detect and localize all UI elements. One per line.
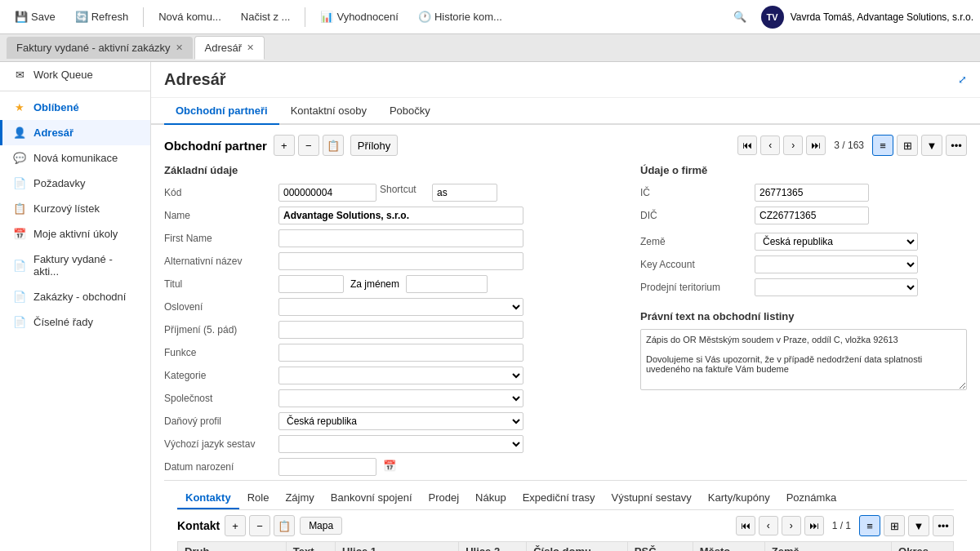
kategorie-select[interactable]: [278, 367, 523, 384]
tab-adresar[interactable]: Adresář ✕: [194, 36, 265, 60]
filter-button[interactable]: ▼: [921, 135, 942, 156]
col-left: Základní údaje Kód Shortcut Name: [164, 164, 627, 480]
zeme-field: Česká republika: [755, 233, 967, 251]
col-ulice2: Ulice 2: [459, 542, 527, 552]
prodejni-ter-label: Prodejní teritorium: [640, 282, 755, 293]
nav-prev-button[interactable]: ‹: [760, 136, 780, 155]
nova-komu-button[interactable]: Nová komu...: [150, 7, 229, 26]
bottom-tab-nakup[interactable]: Nákup: [467, 487, 514, 509]
field-ic: IČ: [640, 183, 967, 202]
refresh-icon: 🔄: [75, 11, 88, 23]
tab-faktury[interactable]: Faktury vydané - aktivní zakázky ✕: [7, 37, 193, 59]
tab-faktury-close[interactable]: ✕: [176, 42, 183, 53]
sidebar-nova-komunikace-label: Nová komunikace: [33, 152, 118, 164]
sidebar-item-workqueue[interactable]: ✉ Work Queue: [0, 62, 150, 87]
datum-narozeni-input[interactable]: [278, 458, 376, 476]
bottom-tab-zajmy[interactable]: Zájmy: [277, 487, 322, 509]
search-button[interactable]: 🔍: [725, 7, 755, 26]
danovy-profil-select[interactable]: Česká republika: [278, 412, 523, 430]
bottom-tab-poznamka[interactable]: Poznámka: [778, 487, 844, 509]
tab-kontaktni-osoby[interactable]: Kontaktní osoby: [279, 98, 378, 125]
ic-input[interactable]: [755, 184, 869, 202]
remove-kontakt-button[interactable]: −: [249, 515, 270, 536]
sidebar-item-ukoly[interactable]: 📅 Moje aktivní úkoly: [0, 221, 150, 247]
historie-button[interactable]: 🕐 Historie kom...: [410, 7, 510, 26]
doc2-icon: 📄: [12, 260, 27, 272]
kontakt-nav-prev[interactable]: ‹: [759, 516, 778, 535]
mapa-button[interactable]: Mapa: [300, 517, 342, 535]
danovy-profil-label: Daňový profil: [164, 415, 278, 427]
remove-bp-button[interactable]: −: [298, 135, 319, 156]
kontakt-nav-next[interactable]: ›: [782, 516, 801, 535]
sidebar-item-pozadavky[interactable]: 📄 Požadavky: [0, 171, 150, 196]
expand-button-area: ⤢: [958, 73, 967, 86]
save-button[interactable]: 💾 Save: [7, 7, 64, 26]
prijmeni-input[interactable]: [278, 321, 523, 339]
copy-bp-button[interactable]: 📋: [323, 135, 344, 156]
firstname-input[interactable]: [278, 229, 523, 247]
refresh-button[interactable]: 🔄 Refresh: [67, 7, 137, 26]
dic-input[interactable]: [755, 207, 869, 224]
col-okres: Okres: [892, 542, 954, 552]
funkce-input[interactable]: [278, 344, 523, 362]
titul-input[interactable]: [278, 275, 344, 293]
sidebar-item-zakazky[interactable]: 📄 Zakázky - obchodní: [0, 284, 150, 309]
tab-obchodni-partneri[interactable]: Obchodní partneři: [164, 98, 279, 125]
add-bp-button[interactable]: +: [274, 135, 295, 156]
vychozi-jazyk-select[interactable]: [278, 435, 523, 453]
expand-icon[interactable]: ⤢: [958, 73, 967, 86]
osloveni-select[interactable]: [278, 298, 523, 316]
kontakt-view-grid[interactable]: ⊞: [884, 515, 905, 536]
bottom-tab-vystupni-sestavy[interactable]: Výstupní sestavy: [604, 487, 700, 509]
bottom-tab-role[interactable]: Role: [239, 487, 278, 509]
spolecnost-select[interactable]: [278, 389, 523, 407]
nav-count: 3 / 163: [829, 140, 869, 151]
bottom-tab-kontakty[interactable]: Kontakty: [177, 487, 239, 509]
key-account-select[interactable]: [755, 256, 918, 273]
sidebar-item-ciselne-rady[interactable]: 📄 Číselné řady: [0, 309, 150, 335]
prilohy-btn[interactable]: Přílohy: [350, 135, 398, 156]
sidebar-item-oblibene[interactable]: ★ Oblíbené: [0, 95, 150, 120]
calendar-icon[interactable]: 📅: [380, 458, 399, 476]
bottom-tab-expedicni-trasy[interactable]: Expediční trasy: [514, 487, 604, 509]
kod-input[interactable]: [278, 184, 376, 202]
sidebar-item-faktury[interactable]: 📄 Faktury vydané - akti...: [0, 247, 150, 284]
pravni-text-area[interactable]: Zápis do OR Městským soudem v Praze, odd…: [640, 329, 967, 390]
sidebar-item-nova-komunikace[interactable]: 💬 Nová komunikace: [0, 145, 150, 171]
copy-kontakt-button[interactable]: 📋: [274, 515, 295, 536]
shortcut-input[interactable]: [432, 184, 497, 202]
danovy-profil-field: Česká republika: [278, 412, 627, 430]
add-kontakt-button[interactable]: +: [225, 515, 246, 536]
kontakt-filter-btn[interactable]: ▼: [908, 515, 929, 536]
tab-adresar-close[interactable]: ✕: [247, 42, 254, 53]
view-table-button[interactable]: ≡: [872, 135, 893, 156]
kontakt-more-btn[interactable]: •••: [933, 515, 954, 536]
kategorie-field: [278, 367, 627, 384]
bottom-tab-bankovni-spojeni[interactable]: Bankovní spojení: [323, 487, 421, 509]
field-spolecnost: Společnost: [164, 389, 627, 408]
kontakt-nav-first[interactable]: ⏮: [736, 516, 755, 535]
tab-bar: Faktury vydané - aktivní zakázky ✕ Adres…: [0, 34, 980, 62]
view-grid-button[interactable]: ⊞: [897, 135, 918, 156]
bottom-tab-karty[interactable]: Karty/kupóny: [700, 487, 778, 509]
nacist-button[interactable]: Načist z ...: [233, 7, 299, 26]
name-input[interactable]: [278, 207, 523, 224]
star-icon: ★: [12, 101, 27, 113]
nav-last-button[interactable]: ⏭: [806, 136, 826, 155]
more-button[interactable]: •••: [946, 135, 967, 156]
kontakt-nav-last[interactable]: ⏭: [804, 516, 824, 535]
alt-nazev-input[interactable]: [278, 252, 523, 270]
content-header: Adresář ⤢: [151, 62, 980, 98]
nav-next-button[interactable]: ›: [783, 136, 803, 155]
za-jmenem-input[interactable]: [406, 275, 488, 293]
vyhodnoceni-button[interactable]: 📊 Vyhodnocení: [312, 7, 406, 26]
prodejni-ter-select[interactable]: [755, 278, 918, 296]
sidebar-item-kurzovy[interactable]: 📋 Kurzový lístek: [0, 196, 150, 221]
nav-first-button[interactable]: ⏮: [737, 136, 757, 155]
tab-pobocky[interactable]: Pobočky: [378, 98, 442, 125]
zeme-select[interactable]: Česká republika: [755, 233, 918, 251]
sidebar-item-adresar[interactable]: 👤 Adresář: [0, 120, 150, 145]
bottom-tab-prodej[interactable]: Prodej: [421, 487, 468, 509]
sidebar: ✉ Work Queue ★ Oblíbené 👤 Adresář 💬 Nová…: [0, 62, 151, 551]
kontakt-view-table[interactable]: ≡: [859, 515, 880, 536]
